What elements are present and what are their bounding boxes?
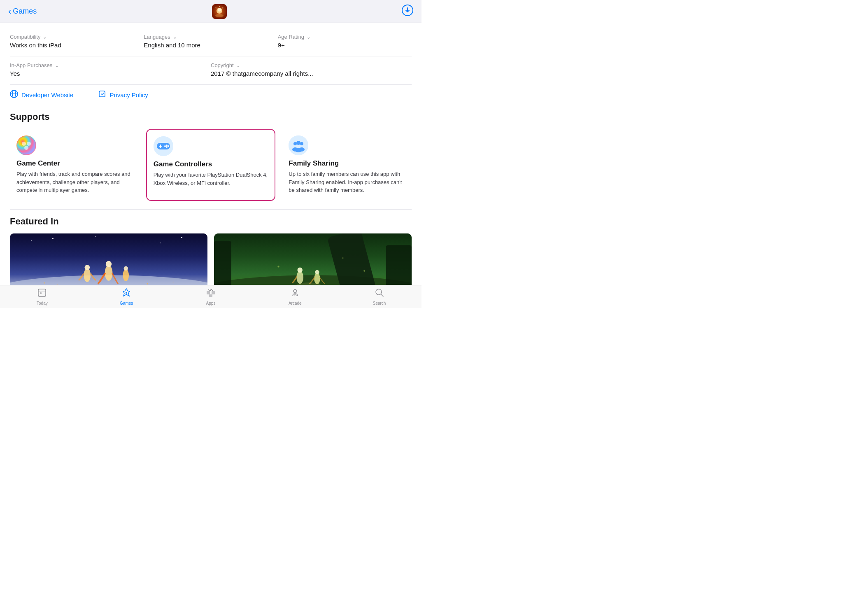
privacy-policy-link[interactable]: Privacy Policy <box>98 90 148 100</box>
featured-section: Featured In <box>10 209 412 285</box>
game-controllers-title: Game Controllers <box>154 160 268 168</box>
today-tab-label: Today <box>37 301 48 306</box>
svg-point-59 <box>342 257 343 259</box>
privacy-policy-label: Privacy Policy <box>109 91 148 98</box>
svg-point-46 <box>147 283 148 284</box>
svg-point-55 <box>314 273 320 284</box>
languages-value: English and 10 more <box>144 42 277 49</box>
featured-image-2 <box>214 233 412 285</box>
languages-info: Languages ⌄ English and 10 more <box>144 30 277 53</box>
svg-point-69 <box>293 289 297 293</box>
svg-point-21 <box>168 145 169 147</box>
age-rating-value: 9+ <box>278 42 412 49</box>
featured-section-title: Featured In <box>10 216 412 227</box>
game-controller-icon <box>154 136 173 156</box>
developer-website-icon <box>10 90 18 100</box>
svg-point-47 <box>172 281 173 282</box>
back-label: Games <box>13 7 37 16</box>
app-icon-image <box>212 4 227 19</box>
svg-point-37 <box>181 236 182 238</box>
svg-point-39 <box>85 265 90 270</box>
developer-website-label: Developer Website <box>21 91 73 98</box>
svg-point-35 <box>95 236 96 237</box>
supports-section-title: Supports <box>10 112 412 122</box>
support-card-family-sharing: Family Sharing Up to six family members … <box>282 129 412 201</box>
svg-point-27 <box>300 142 303 145</box>
featured-image-1 <box>10 233 207 285</box>
arcade-tab-label: Arcade <box>289 301 302 306</box>
age-rating-label: Age Rating <box>278 34 304 40</box>
apps-icon <box>206 288 216 300</box>
family-sharing-title: Family Sharing <box>289 159 405 168</box>
info-row-1: Compatibility ⌄ Works on this iPad Langu… <box>10 30 412 53</box>
arcade-icon <box>290 288 300 300</box>
svg-point-38 <box>84 268 91 282</box>
support-card-game-center: Game Center Play with friends, track and… <box>10 129 140 201</box>
featured-images-grid <box>10 233 412 285</box>
age-rating-info: Age Rating ⌄ 9+ <box>278 30 412 53</box>
svg-point-14 <box>27 142 31 146</box>
svg-point-56 <box>315 270 319 274</box>
tab-bar: Today Games Apps <box>0 285 422 308</box>
compatibility-info: Compatibility ⌄ Works on this iPad <box>10 30 144 53</box>
svg-point-34 <box>52 238 54 239</box>
svg-point-40 <box>105 265 113 281</box>
svg-rect-67 <box>212 291 215 294</box>
back-button[interactable]: ‹ Games <box>8 6 37 17</box>
download-button[interactable] <box>402 5 413 19</box>
svg-point-20 <box>166 145 168 146</box>
search-tab-label: Search <box>373 301 386 306</box>
today-icon <box>37 288 47 300</box>
game-center-title: Game Center <box>16 159 133 168</box>
search-icon <box>375 288 384 300</box>
in-app-purchases-info: In-App Purchases ⌄ Yes <box>10 58 211 81</box>
compatibility-label: Compatibility <box>10 34 40 40</box>
svg-point-12 <box>17 136 35 154</box>
tab-apps[interactable]: Apps <box>169 288 253 306</box>
compatibility-value: Works on this iPad <box>10 42 144 49</box>
family-sharing-desc: Up to six family members can use this ap… <box>289 170 405 194</box>
svg-point-64 <box>126 292 127 294</box>
svg-point-22 <box>166 146 168 148</box>
languages-chevron-icon: ⌄ <box>173 34 177 40</box>
age-rating-chevron-icon: ⌄ <box>307 34 311 40</box>
svg-rect-52 <box>386 245 412 285</box>
svg-rect-19 <box>159 146 162 147</box>
tab-today[interactable]: Today <box>0 288 84 306</box>
svg-rect-51 <box>214 240 231 285</box>
tab-games[interactable]: Games <box>84 288 169 306</box>
developer-website-link[interactable]: Developer Website <box>10 90 73 100</box>
svg-rect-62 <box>38 291 46 292</box>
svg-point-42 <box>123 269 129 281</box>
family-sharing-icon <box>289 135 308 155</box>
svg-rect-65 <box>207 291 210 294</box>
svg-point-43 <box>124 266 128 270</box>
svg-point-53 <box>296 271 303 283</box>
svg-point-41 <box>106 261 112 267</box>
game-controllers-desc: Play with your favorite PlayStation Dual… <box>154 171 268 187</box>
svg-point-44 <box>44 282 45 283</box>
chevron-left-icon: ‹ <box>8 6 11 17</box>
in-app-chevron-icon: ⌄ <box>55 63 59 68</box>
copyright-label: Copyright <box>211 62 234 68</box>
tab-search[interactable]: Search <box>337 288 422 306</box>
support-card-game-controllers: Game Controllers Play with your favorite… <box>146 129 276 201</box>
svg-point-1 <box>215 14 224 17</box>
games-tab-label: Games <box>120 301 133 306</box>
copyright-chevron-icon: ⌄ <box>236 63 240 68</box>
game-center-icon <box>16 135 36 155</box>
games-icon <box>121 288 131 300</box>
svg-point-54 <box>297 267 303 273</box>
copyright-info: Copyright ⌄ 2017 © thatgamecompany all r… <box>211 58 412 81</box>
links-row: Developer Website Privacy Policy <box>10 84 412 105</box>
in-app-purchases-value: Yes <box>10 70 211 77</box>
svg-point-3 <box>218 8 221 12</box>
svg-point-23 <box>164 145 166 147</box>
main-content: Compatibility ⌄ Works on this iPad Langu… <box>0 23 422 285</box>
tab-arcade[interactable]: Arcade <box>253 288 337 306</box>
svg-rect-63 <box>40 292 42 294</box>
header: ‹ Games <box>0 0 422 23</box>
compatibility-chevron-icon: ⌄ <box>43 34 47 40</box>
svg-rect-68 <box>209 294 212 297</box>
languages-label: Languages <box>144 34 170 40</box>
